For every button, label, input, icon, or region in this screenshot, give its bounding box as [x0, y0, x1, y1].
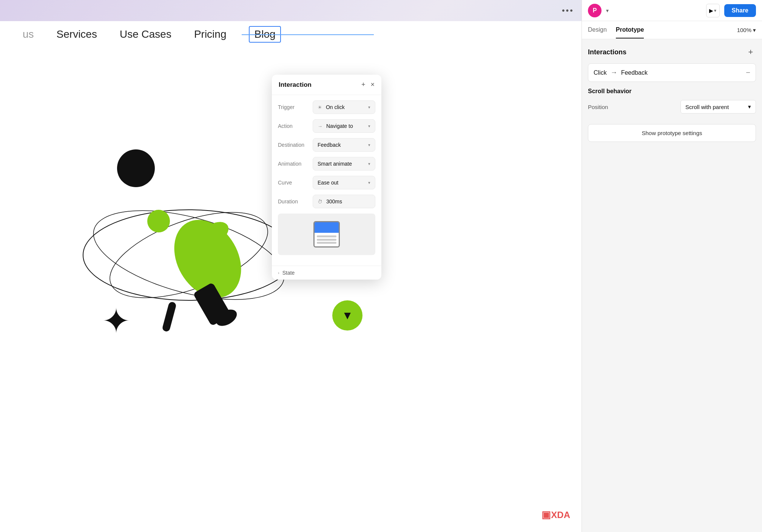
svg-rect-7	[162, 301, 177, 332]
animation-preview	[278, 214, 375, 255]
scroll-behavior-section: Scroll behavior Position Scroll with par…	[588, 88, 756, 114]
preview-line-3	[317, 242, 336, 244]
scroll-position-chevron-icon: ▾	[748, 103, 751, 110]
preview-line-1	[317, 235, 336, 237]
interaction-modal: Interaction + × Trigger ☀ On click ▾ Act…	[272, 75, 381, 280]
modal-close-button[interactable]: ×	[370, 81, 375, 89]
modal-destination-row: Destination Feedback ▾	[278, 138, 375, 152]
destination-select[interactable]: Feedback ▾	[313, 138, 375, 152]
nav-item-usecases: Use Cases	[120, 28, 171, 40]
curve-select[interactable]: Ease out ▾	[313, 176, 375, 189]
modal-action-row: Action → Navigate to ▾	[278, 119, 375, 133]
tab-design[interactable]: Design	[588, 22, 607, 38]
state-chevron-icon: ›	[278, 271, 279, 275]
modal-header-actions: + ×	[361, 81, 375, 89]
curve-chevron-icon: ▾	[368, 180, 370, 185]
trigger-chevron-icon: ▾	[368, 105, 370, 110]
interactions-section-header: Interactions +	[588, 47, 756, 57]
interaction-pill[interactable]: Click → Feedback −	[588, 63, 756, 82]
right-panel: P ▾ ▶ ▾ Share Design Prototype 100% ▾ In…	[582, 0, 762, 532]
play-icon: ▶	[709, 8, 713, 14]
animation-label: Animation	[278, 161, 309, 167]
pill-trigger: Click	[594, 69, 607, 76]
canvas-top-bar: •••	[0, 0, 582, 21]
scroll-position-select[interactable]: Scroll with parent ▾	[680, 100, 756, 114]
destination-value: Feedback	[318, 142, 341, 148]
interactions-title: Interactions	[588, 48, 626, 56]
destination-label: Destination	[278, 142, 309, 148]
duration-icon: ⏱	[318, 199, 322, 204]
more-options-icon[interactable]: •••	[562, 6, 574, 15]
scroll-position-value: Scroll with parent	[685, 104, 729, 110]
modal-duration-row: Duration ⏱ 300ms	[278, 195, 375, 208]
curve-value: Ease out	[318, 180, 338, 186]
duration-select[interactable]: ⏱ 300ms	[313, 195, 375, 208]
state-row[interactable]: › State	[272, 266, 381, 280]
arrow-circle: ▼	[332, 300, 362, 331]
tab-prototype[interactable]: Prototype	[616, 22, 644, 38]
zoom-chevron-icon: ▾	[753, 27, 756, 34]
share-button[interactable]: Share	[724, 4, 756, 17]
nav-item-pricing: Pricing	[194, 28, 227, 40]
trigger-select[interactable]: ☀ On click ▾	[313, 100, 375, 114]
scroll-behavior-title: Scroll behavior	[588, 88, 756, 95]
preview-line-2	[317, 239, 336, 241]
play-chevron-icon: ▾	[714, 8, 716, 13]
rocket-illustration	[136, 176, 279, 338]
pill-destination: Feedback	[621, 69, 648, 76]
position-label: Position	[588, 104, 608, 110]
animation-preview-icon	[313, 221, 340, 248]
panel-content: Interactions + Click → Feedback − Scroll…	[582, 39, 762, 532]
modal-curve-row: Curve Ease out ▾	[278, 176, 375, 189]
modal-header: Interaction + ×	[272, 75, 381, 95]
modal-title: Interaction	[279, 81, 312, 89]
nav-item-us: us	[23, 28, 34, 40]
curve-label: Curve	[278, 180, 309, 186]
action-icon: →	[318, 123, 322, 129]
duration-label: Duration	[278, 198, 309, 204]
destination-chevron-icon: ▾	[368, 143, 370, 148]
action-select[interactable]: → Navigate to ▾	[313, 119, 375, 133]
connector-line	[242, 34, 374, 35]
animation-value: Smart animate	[318, 161, 352, 167]
modal-animation-row: Animation Smart animate ▾	[278, 157, 375, 171]
add-interaction-button[interactable]: +	[745, 47, 756, 57]
animation-select[interactable]: Smart animate ▾	[313, 157, 375, 171]
state-label: State	[282, 270, 295, 276]
pill-arrow-icon: →	[611, 69, 617, 77]
preview-lines	[315, 233, 339, 246]
modal-trigger-row: Trigger ☀ On click ▾	[278, 100, 375, 114]
avatar: P	[588, 4, 602, 17]
action-chevron-icon: ▾	[368, 124, 370, 129]
panel-header: P ▾ ▶ ▾ Share	[582, 0, 762, 21]
trigger-label: Trigger	[278, 104, 309, 110]
play-button[interactable]: ▶ ▾	[706, 4, 720, 17]
panel-tabs: Design Prototype 100% ▾	[582, 21, 762, 39]
show-prototype-settings-button[interactable]: Show prototype settings	[588, 124, 756, 142]
xda-watermark: ▣XDA	[541, 509, 570, 521]
black-star: ✦	[102, 304, 130, 338]
duration-value: 300ms	[326, 198, 342, 204]
preview-top-bar	[315, 222, 339, 233]
trigger-icon: ☀	[318, 105, 322, 110]
scroll-position-row: Position Scroll with parent ▾	[588, 100, 756, 114]
modal-add-button[interactable]: +	[361, 81, 366, 89]
modal-body: Trigger ☀ On click ▾ Action → Navigate t…	[272, 95, 381, 266]
avatar-chevron-icon[interactable]: ▾	[606, 8, 609, 14]
action-label: Action	[278, 123, 309, 129]
animation-chevron-icon: ▾	[368, 161, 370, 166]
trigger-value: On click	[326, 104, 345, 110]
remove-interaction-button[interactable]: −	[746, 68, 750, 77]
zoom-level[interactable]: 100% ▾	[737, 27, 756, 34]
action-value: Navigate to	[326, 123, 353, 129]
nav-item-services: Services	[57, 28, 97, 40]
